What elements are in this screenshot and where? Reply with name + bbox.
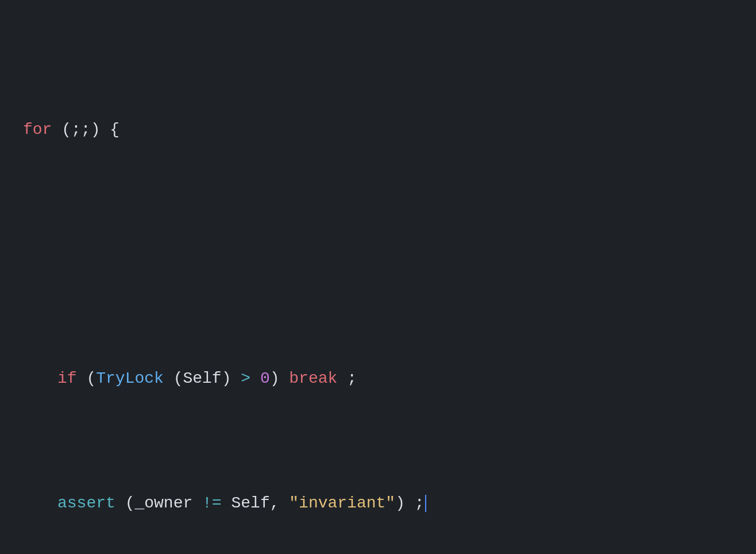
line-4: assert (_owner != Self, "invariant") ;	[23, 491, 733, 515]
line-3: if (TryLock (Self) > 0) break ;	[23, 366, 733, 391]
text-cursor	[425, 495, 426, 513]
line-1: for (;;) {	[23, 117, 733, 142]
line-2	[23, 242, 733, 267]
code-editor: for (;;) { if (TryLock (Self) > 0) break…	[23, 17, 733, 554]
keyword-for: for	[23, 121, 52, 138]
